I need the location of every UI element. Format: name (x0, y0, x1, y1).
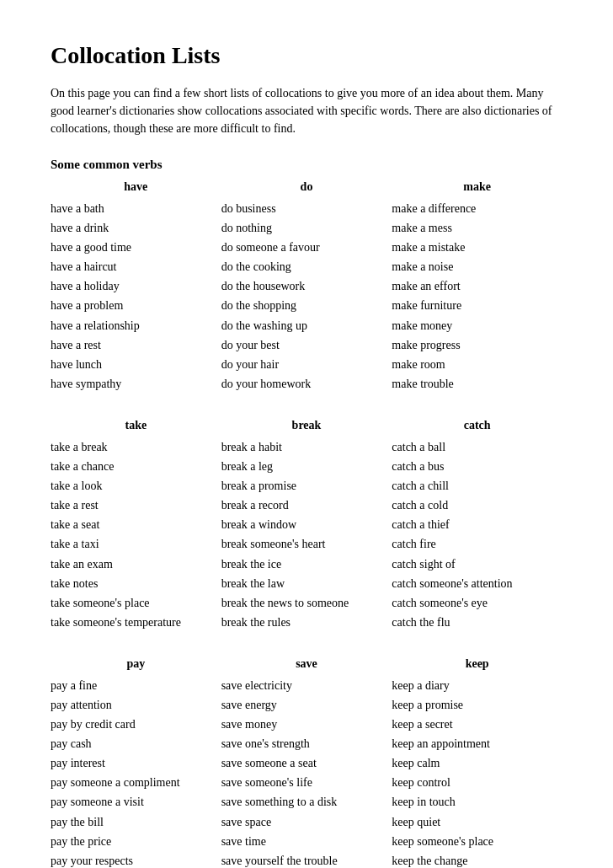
list-item: break the ice (221, 555, 392, 574)
list-item: pay cash (51, 734, 221, 753)
list-item: save money (221, 715, 392, 734)
list-item: break the law (221, 574, 392, 593)
list-item: make progress (392, 335, 562, 355)
list-item: do your homework (221, 374, 392, 394)
list-item: take someone's temperature (51, 613, 221, 632)
list-item: make an effort (392, 276, 562, 296)
list-item: have a drink (51, 218, 221, 238)
list-item: do someone a favour (221, 238, 392, 257)
list-item: save one's strength (221, 734, 392, 753)
col-header-0-2: make (392, 180, 562, 194)
col-items-0-1: do businessdo nothingdo someone a favour… (221, 199, 392, 394)
list-item: do the cooking (221, 257, 392, 276)
list-item: make money (392, 316, 562, 335)
list-item: catch someone's attention (392, 574, 562, 593)
list-item: pay attention (51, 695, 221, 715)
intro-text: On this page you can find a few short li… (51, 84, 562, 137)
list-item: take a chance (51, 457, 221, 476)
list-item: pay by credit card (51, 715, 221, 734)
list-item: catch a cold (392, 496, 562, 515)
list-item: take an exam (51, 555, 221, 574)
col-1-1: breakbreak a habitbreak a legbreak a pro… (221, 419, 392, 632)
list-item: take a rest (51, 496, 221, 515)
list-item: break a window (221, 515, 392, 534)
list-item: keep an appointment (392, 734, 562, 753)
list-item: do your hair (221, 355, 392, 374)
page-title: Collocation Lists (51, 42, 562, 69)
list-item: save electricity (221, 676, 392, 695)
list-item: catch someone's eye (392, 593, 562, 613)
list-item: catch a thief (392, 515, 562, 534)
col-2-2: keepkeep a diarykeep a promisekeep a sec… (392, 657, 562, 868)
list-item: have a bath (51, 199, 221, 218)
col-items-2-2: keep a diarykeep a promisekeep a secretk… (392, 676, 562, 868)
list-item: catch sight of (392, 555, 562, 574)
list-item: pay someone a visit (51, 792, 221, 812)
list-item: keep control (392, 773, 562, 792)
list-item: save something to a disk (221, 792, 392, 812)
col-2-0: paypay a finepay attentionpay by credit … (51, 657, 221, 868)
list-item: make furniture (392, 296, 562, 315)
section-0: Some common verbshavehave a bathhave a d… (51, 158, 562, 394)
list-item: pay a fine (51, 676, 221, 695)
list-item: make a noise (392, 257, 562, 276)
list-item: keep a promise (392, 695, 562, 715)
list-item: do the shopping (221, 296, 392, 315)
col-items-0-0: have a bathhave a drinkhave a good timeh… (51, 199, 221, 394)
col-items-0-2: make a differencemake a messmake a mista… (392, 199, 562, 394)
section-label: Some common verbs (51, 158, 562, 172)
list-item: keep in touch (392, 792, 562, 812)
list-item: have lunch (51, 355, 221, 374)
list-item: break a promise (221, 476, 392, 496)
list-item: make trouble (392, 374, 562, 394)
list-item: have a holiday (51, 276, 221, 296)
col-header-1-2: catch (392, 419, 562, 432)
list-item: pay the bill (51, 812, 221, 832)
list-item: take a look (51, 476, 221, 496)
list-item: keep calm (392, 753, 562, 773)
list-item: take someone's place (51, 593, 221, 613)
list-item: do business (221, 199, 392, 218)
list-item: catch the flu (392, 613, 562, 632)
col-0-1: dodo businessdo nothingdo someone a favo… (221, 180, 392, 394)
list-item: save someone a seat (221, 753, 392, 773)
section-1: taketake a breaktake a chancetake a look… (51, 419, 562, 632)
section-2: paypay a finepay attentionpay by credit … (51, 657, 562, 868)
list-item: have a haircut (51, 257, 221, 276)
list-item: have a good time (51, 238, 221, 257)
col-1-2: catchcatch a ballcatch a buscatch a chil… (392, 419, 562, 632)
list-item: keep the change (392, 851, 562, 868)
list-item: keep quiet (392, 812, 562, 832)
list-item: pay your respects (51, 851, 221, 868)
col-header-0-0: have (51, 180, 221, 194)
col-header-1-0: take (51, 419, 221, 432)
list-item: do the housework (221, 276, 392, 296)
col-items-1-1: break a habitbreak a legbreak a promiseb… (221, 437, 392, 632)
list-item: save yourself the trouble (221, 851, 392, 868)
col-1-0: taketake a breaktake a chancetake a look… (51, 419, 221, 632)
list-item: do nothing (221, 218, 392, 238)
list-item: save time (221, 832, 392, 851)
col-items-2-1: save electricitysave energysave moneysav… (221, 676, 392, 868)
list-item: make a difference (392, 199, 562, 218)
list-item: break someone's heart (221, 534, 392, 554)
list-item: catch a ball (392, 437, 562, 457)
list-item: take a taxi (51, 534, 221, 554)
list-item: take notes (51, 574, 221, 593)
columns-2: paypay a finepay attentionpay by credit … (51, 657, 562, 868)
list-item: break a record (221, 496, 392, 515)
list-item: catch fire (392, 534, 562, 554)
list-item: break a leg (221, 457, 392, 476)
list-item: keep a secret (392, 715, 562, 734)
list-item: have a rest (51, 335, 221, 355)
col-header-2-2: keep (392, 657, 562, 671)
list-item: make a mistake (392, 238, 562, 257)
list-item: do the washing up (221, 316, 392, 335)
list-item: break the rules (221, 613, 392, 632)
list-item: make a mess (392, 218, 562, 238)
list-item: keep a diary (392, 676, 562, 695)
columns-1: taketake a breaktake a chancetake a look… (51, 419, 562, 632)
list-item: do your best (221, 335, 392, 355)
list-item: save energy (221, 695, 392, 715)
list-item: take a break (51, 437, 221, 457)
